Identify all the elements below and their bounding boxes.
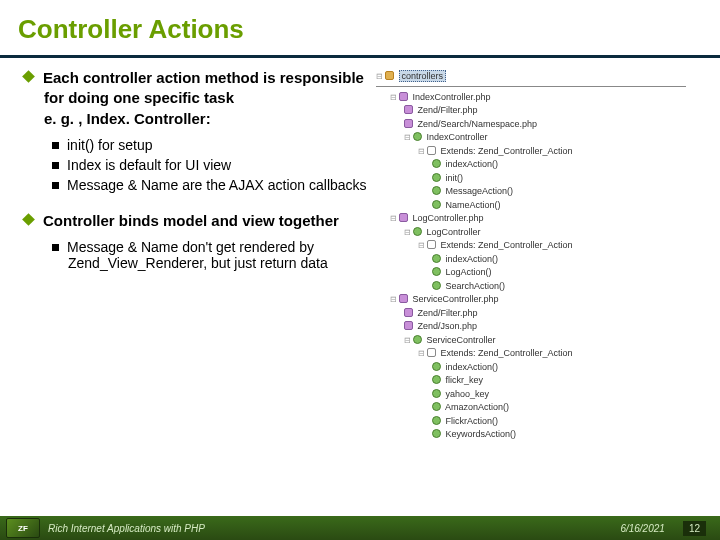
tree-node: ⊟ LogController.php xyxy=(376,212,696,226)
slide-body: Each controller action method is respons… xyxy=(0,58,720,442)
php-file-icon xyxy=(404,321,413,330)
method-icon xyxy=(432,429,441,438)
tree-node: ⊟ IndexController xyxy=(376,131,696,145)
method-icon xyxy=(432,159,441,168)
extends-icon xyxy=(427,146,436,155)
text-column: Each controller action method is respons… xyxy=(24,68,376,442)
tree-node: ⊟ Extends: Zend_Controller_Action xyxy=(376,145,696,159)
square-icon xyxy=(52,162,59,169)
tree-node: indexAction() xyxy=(376,253,696,267)
tree-node: indexAction() xyxy=(376,158,696,172)
square-icon xyxy=(52,244,59,251)
footer-caption: Rich Internet Applications with PHP xyxy=(48,523,205,534)
method-icon xyxy=(432,173,441,182)
page-number: 12 xyxy=(683,521,706,536)
square-icon xyxy=(52,182,59,189)
tree-node: Zend/Filter.php xyxy=(376,307,696,321)
tree-node: AmazonAction() xyxy=(376,401,696,415)
php-file-icon xyxy=(404,119,413,128)
tree-node: SearchAction() xyxy=(376,280,696,294)
tree-node: ⊟ Extends: Zend_Controller_Action xyxy=(376,347,696,361)
zf-logo: ZF xyxy=(6,518,40,538)
php-file-icon xyxy=(399,92,408,101)
bullet-2: Controller binds model and view together xyxy=(44,211,368,231)
tree-node: indexAction() xyxy=(376,361,696,375)
tree-node: Zend/Filter.php xyxy=(376,104,696,118)
sub-bullet: Message & Name are the AJAX action callb… xyxy=(68,177,368,193)
sub-bullet: init() for setup xyxy=(68,137,368,153)
method-icon xyxy=(432,402,441,411)
diamond-icon xyxy=(22,213,35,226)
tree-node: ⊟ Extends: Zend_Controller_Action xyxy=(376,239,696,253)
slide-title: Controller Actions xyxy=(0,0,720,55)
class-icon xyxy=(413,227,422,236)
square-icon xyxy=(52,142,59,149)
tree-node: LogAction() xyxy=(376,266,696,280)
sub-bullet: Message & Name don't get rendered by Zen… xyxy=(68,239,368,271)
field-icon xyxy=(432,375,441,384)
tree-node: Zend/Json.php xyxy=(376,320,696,334)
tree-node: KeywordsAction() xyxy=(376,428,696,442)
method-icon xyxy=(432,254,441,263)
method-icon xyxy=(432,362,441,371)
method-icon xyxy=(432,416,441,425)
folder-icon xyxy=(385,71,394,80)
class-icon xyxy=(413,335,422,344)
method-icon xyxy=(432,267,441,276)
php-file-icon xyxy=(404,105,413,114)
method-icon xyxy=(432,186,441,195)
tree-node: Zend/Search/Namespace.php xyxy=(376,118,696,132)
tree-node: flickr_key xyxy=(376,374,696,388)
tree-node: FlickrAction() xyxy=(376,415,696,429)
diamond-icon xyxy=(22,70,35,83)
bullet-1: Each controller action method is respons… xyxy=(44,68,368,129)
field-icon xyxy=(432,389,441,398)
tree-node: ⊟ ServiceController.php xyxy=(376,293,696,307)
php-file-icon xyxy=(399,213,408,222)
tree-root: ⊟ controllers xyxy=(376,70,696,84)
extends-icon xyxy=(427,240,436,249)
footer-date: 6/16/2021 xyxy=(620,523,665,534)
tree-selected: controllers xyxy=(399,70,447,82)
tree-node: yahoo_key xyxy=(376,388,696,402)
extends-icon xyxy=(427,348,436,357)
tree-node: ⊟ ServiceController xyxy=(376,334,696,348)
tree-node: ⊟ IndexController.php xyxy=(376,91,696,105)
method-icon xyxy=(432,281,441,290)
file-tree: ⊟ controllers ⊟ IndexController.php Zend… xyxy=(376,68,696,442)
tree-node: NameAction() xyxy=(376,199,696,213)
method-icon xyxy=(432,200,441,209)
php-file-icon xyxy=(404,308,413,317)
footer: ZF Rich Internet Applications with PHP 6… xyxy=(0,516,720,540)
php-file-icon xyxy=(399,294,408,303)
tree-node: init() xyxy=(376,172,696,186)
tree-node: ⊟ LogController xyxy=(376,226,696,240)
tree-node: MessageAction() xyxy=(376,185,696,199)
class-icon xyxy=(413,132,422,141)
sub-bullet: Index is default for UI view xyxy=(68,157,368,173)
